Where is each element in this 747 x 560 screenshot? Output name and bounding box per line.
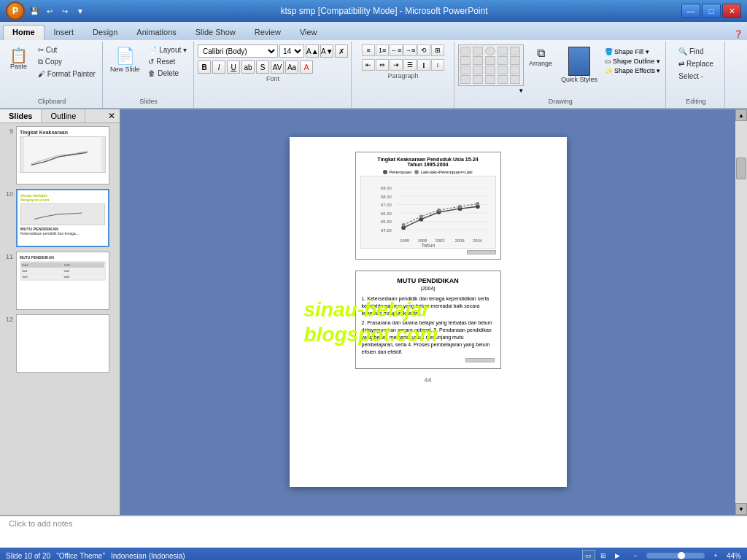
layout-button[interactable]: 📄 Layout ▾ xyxy=(144,44,190,55)
tab-design[interactable]: Design xyxy=(83,25,127,40)
shape-cell[interactable] xyxy=(473,47,483,55)
office-orb[interactable]: P xyxy=(6,1,25,20)
tab-home[interactable]: Home xyxy=(3,25,44,40)
shapes-expand-button[interactable]: ▼ xyxy=(518,88,524,94)
tab-animations[interactable]: Animations xyxy=(127,25,185,40)
slide-preview-12[interactable] xyxy=(16,314,109,373)
shape-cell[interactable] xyxy=(473,56,483,65)
normal-view-button[interactable]: ▭ xyxy=(582,550,595,560)
reset-button[interactable]: ↺ Reset xyxy=(144,56,190,67)
shape-cell[interactable] xyxy=(460,56,471,65)
clear-format-button[interactable]: ✗ xyxy=(335,44,348,58)
scroll-down-button[interactable]: ▼ xyxy=(735,503,747,515)
maximize-button[interactable]: □ xyxy=(702,4,721,18)
shape-cell[interactable] xyxy=(498,66,508,74)
line-spacing-button[interactable]: ↕ xyxy=(431,59,444,71)
shape-fill-button[interactable]: 🪣 Shape Fill ▾ xyxy=(603,47,662,56)
justify-button[interactable]: ☰ xyxy=(403,59,417,71)
char-spacing-button[interactable]: AV xyxy=(271,61,284,74)
shape-cell[interactable] xyxy=(498,47,508,55)
arrange-button[interactable]: ⧉ Arrange xyxy=(525,44,556,69)
decrease-font-button[interactable]: A▼ xyxy=(320,44,333,58)
zoom-slider[interactable] xyxy=(646,553,705,559)
zoom-in-button[interactable]: + xyxy=(709,550,722,560)
undo-button[interactable]: ↩ xyxy=(43,4,56,18)
panel-tab-slides[interactable]: Slides xyxy=(0,109,42,122)
slideshow-button[interactable]: ▶ xyxy=(611,550,624,560)
new-slide-button[interactable]: 📄 New Slide xyxy=(107,44,144,75)
increase-indent-button[interactable]: →≡ xyxy=(403,44,417,56)
text-direction-button[interactable]: ⟲ xyxy=(417,44,430,56)
notes-area[interactable]: Click to add notes xyxy=(0,515,747,548)
shape-cell[interactable] xyxy=(473,66,483,74)
slides-list[interactable]: 9 Tingkat Keaksaraan 10 sinau- xyxy=(0,123,120,515)
bold-button[interactable]: B xyxy=(198,61,211,74)
shape-cell[interactable] xyxy=(498,56,508,65)
shape-cell[interactable] xyxy=(485,75,495,84)
italic-button[interactable]: I xyxy=(212,61,225,74)
scroll-thumb[interactable] xyxy=(736,158,746,179)
slide-preview-10[interactable]: sinau-belajar blogspot.com MUTU PENDIDIK… xyxy=(16,189,109,247)
shape-effects-button[interactable]: ✨ Shape Effects ▾ xyxy=(603,66,662,75)
convert-to-smartart-button[interactable]: ⊞ xyxy=(431,44,444,56)
slide-preview-9[interactable]: Tingkat Keaksaraan xyxy=(16,126,109,184)
shape-cell[interactable] xyxy=(510,56,520,65)
shape-cell[interactable] xyxy=(460,47,471,55)
shape-cell[interactable] xyxy=(510,66,520,74)
slide-thumb-10[interactable]: 10 sinau-belajar blogspot.com MUTU PENDI… xyxy=(3,189,117,247)
close-button[interactable]: ✕ xyxy=(722,4,741,18)
copy-button[interactable]: ⧉ Copy xyxy=(34,56,99,68)
align-center-button[interactable]: ⇔ xyxy=(376,59,389,71)
help-icon[interactable]: ❓ xyxy=(729,28,747,40)
minimize-button[interactable]: — xyxy=(681,4,700,18)
strikethrough-button[interactable]: ab xyxy=(241,61,255,74)
tab-insert[interactable]: Insert xyxy=(44,25,84,40)
slide-sorter-button[interactable]: ⊞ xyxy=(597,550,610,560)
scroll-track[interactable] xyxy=(735,121,747,503)
increase-font-button[interactable]: A▲ xyxy=(306,44,319,58)
mutu-hscroll[interactable] xyxy=(465,358,495,362)
bullets-button[interactable]: ≡ xyxy=(362,44,375,56)
align-left-button[interactable]: ⇤ xyxy=(362,59,375,71)
shape-cell[interactable] xyxy=(510,47,520,55)
shape-cell[interactable] xyxy=(473,75,483,84)
shape-cell[interactable] xyxy=(460,75,471,84)
redo-button[interactable]: ↪ xyxy=(58,4,71,18)
shape-cell[interactable] xyxy=(498,75,508,84)
delete-button[interactable]: 🗑 Delete xyxy=(144,68,190,79)
save-button[interactable]: 💾 xyxy=(28,4,41,18)
replace-button[interactable]: ⇄ Replace xyxy=(675,58,716,69)
underline-button[interactable]: U xyxy=(227,61,240,74)
shape-cell[interactable] xyxy=(485,66,495,74)
quick-styles-button[interactable]: Quick Styles xyxy=(557,44,601,85)
cut-button[interactable]: ✂ ✂ CutCut xyxy=(34,44,99,55)
panel-close-button[interactable]: ✕ xyxy=(104,109,120,122)
decrease-indent-button[interactable]: ←≡ xyxy=(390,44,403,56)
shape-cell[interactable] xyxy=(510,75,520,84)
shape-cell[interactable] xyxy=(460,66,471,74)
scroll-up-button[interactable]: ▲ xyxy=(735,109,747,121)
chart-hscroll[interactable] xyxy=(467,250,496,254)
font-color-button[interactable]: A xyxy=(300,61,313,74)
find-button[interactable]: 🔍 Find xyxy=(675,46,707,57)
slide-preview-11[interactable]: MUTU PENDIDIKAN Col1 Col2 Val1 Val2 Val3… xyxy=(16,252,109,310)
paste-button[interactable]: 📋 Paste xyxy=(4,44,33,74)
right-scrollbar[interactable]: ▲ ▼ xyxy=(735,109,747,515)
select-button[interactable]: Select - xyxy=(675,71,707,82)
shape-cell[interactable] xyxy=(485,56,495,65)
font-name-dropdown[interactable]: Calibri (Body) xyxy=(198,44,278,58)
shape-outline-button[interactable]: ▭ Shape Outline ▾ xyxy=(603,57,662,66)
numbering-button[interactable]: 1≡ xyxy=(376,44,389,56)
slide-thumb-9[interactable]: 9 Tingkat Keaksaraan xyxy=(3,126,117,184)
change-case-button[interactable]: Aa xyxy=(285,61,298,74)
format-painter-button[interactable]: 🖌 Format Painter xyxy=(34,69,99,79)
align-right-button[interactable]: ⇥ xyxy=(390,59,403,71)
shadow-button[interactable]: S xyxy=(256,61,269,74)
slide-thumb-11[interactable]: 11 MUTU PENDIDIKAN Col1 Col2 Val1 Val2 V… xyxy=(3,252,117,310)
slide-thumb-12[interactable]: 12 xyxy=(3,314,117,373)
font-size-dropdown[interactable]: 14 xyxy=(279,44,304,58)
columns-button[interactable]: ⫿ xyxy=(417,59,430,71)
shape-cell[interactable] xyxy=(485,47,495,55)
tab-review[interactable]: Review xyxy=(245,25,290,40)
tab-slideshow[interactable]: Slide Show xyxy=(186,25,245,40)
